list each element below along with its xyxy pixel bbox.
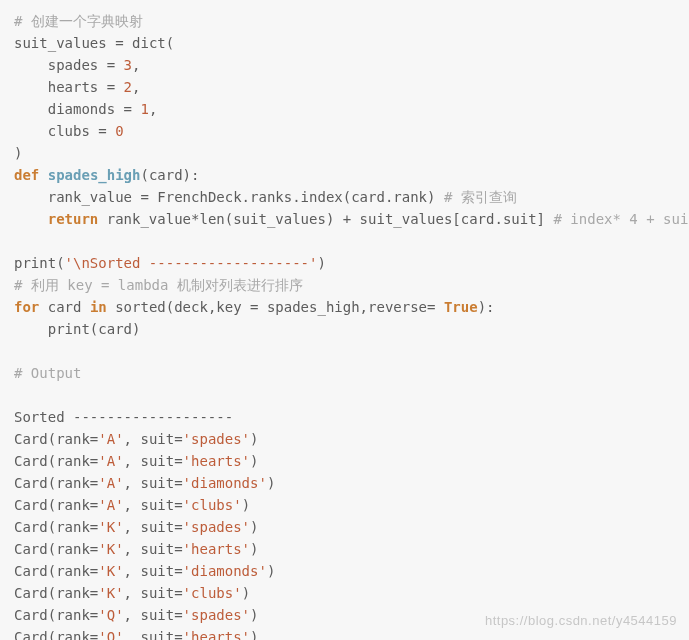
- code-text: suit_values: [14, 35, 115, 51]
- op: =: [107, 57, 115, 73]
- code-text: ): [14, 145, 22, 161]
- code-text: [435, 299, 443, 315]
- output-header: Sorted -------------------: [14, 409, 233, 425]
- code-text: [107, 123, 115, 139]
- code-text: ,: [132, 57, 140, 73]
- output-line: Card(rank='A', suit='spades'): [14, 431, 258, 447]
- code-text: spades_high,reverse: [258, 299, 427, 315]
- output-line: Card(rank='K', suit='clubs'): [14, 585, 250, 601]
- code-text: (card):: [140, 167, 199, 183]
- code-text: [115, 79, 123, 95]
- code-text: [115, 57, 123, 73]
- number: 1: [140, 101, 148, 117]
- code-text: len(suit_values): [199, 211, 342, 227]
- keyword: in: [90, 299, 107, 315]
- keyword: for: [14, 299, 39, 315]
- watermark: https://blog.csdn.net/y4544159: [485, 610, 677, 632]
- comment: # index* 4 + suit.value: [553, 211, 689, 227]
- keyword: return: [48, 211, 99, 227]
- op: =: [98, 123, 106, 139]
- code-text: print(: [14, 255, 65, 271]
- code-text: print(card): [14, 321, 140, 337]
- comment: # Output: [14, 365, 81, 381]
- op: =: [140, 189, 148, 205]
- code-text: FrenchDeck.ranks.index(card.rank): [149, 189, 444, 205]
- code-text: clubs: [14, 123, 98, 139]
- code-text: [39, 167, 47, 183]
- code-block: # 创建一个字典映射 suit_values = dict( spades = …: [0, 0, 689, 640]
- code-text: spades: [14, 57, 107, 73]
- op: +: [343, 211, 351, 227]
- code-text: ,: [132, 79, 140, 95]
- keyword: def: [14, 167, 39, 183]
- output-line: Card(rank='Q', suit='hearts'): [14, 629, 258, 640]
- code-text: rank_value: [14, 189, 140, 205]
- number: 2: [124, 79, 132, 95]
- code-text: suit_values[card.suit]: [351, 211, 553, 227]
- keyword: True: [444, 299, 478, 315]
- code-text: diamonds: [14, 101, 124, 117]
- op: =: [115, 35, 123, 51]
- output-line: Card(rank='K', suit='diamonds'): [14, 563, 275, 579]
- output-line: Card(rank='K', suit='hearts'): [14, 541, 258, 557]
- string: '\nSorted -------------------': [65, 255, 318, 271]
- code-text: [14, 211, 48, 227]
- output-line: Card(rank='A', suit='hearts'): [14, 453, 258, 469]
- output-line: Card(rank='Q', suit='spades'): [14, 607, 258, 623]
- comment: # 索引查询: [444, 189, 517, 205]
- number: 3: [124, 57, 132, 73]
- output-line: Card(rank='A', suit='clubs'): [14, 497, 250, 513]
- number: 0: [115, 123, 123, 139]
- output-line: Card(rank='A', suit='diamonds'): [14, 475, 275, 491]
- output-line: Card(rank='K', suit='spades'): [14, 519, 258, 535]
- code-text: card: [39, 299, 90, 315]
- code-text: ): [317, 255, 325, 271]
- comment: # 创建一个字典映射: [14, 13, 143, 29]
- op: =: [107, 79, 115, 95]
- comment: # 利用 key = lambda 机制对列表进行排序: [14, 277, 303, 293]
- code-text: hearts: [14, 79, 107, 95]
- code-text: sorted(deck,key: [107, 299, 250, 315]
- code-text: rank_value: [98, 211, 191, 227]
- code-text: dict(: [124, 35, 175, 51]
- code-text: ):: [478, 299, 495, 315]
- func-name: spades_high: [48, 167, 141, 183]
- code-text: ,: [149, 101, 157, 117]
- op: =: [124, 101, 132, 117]
